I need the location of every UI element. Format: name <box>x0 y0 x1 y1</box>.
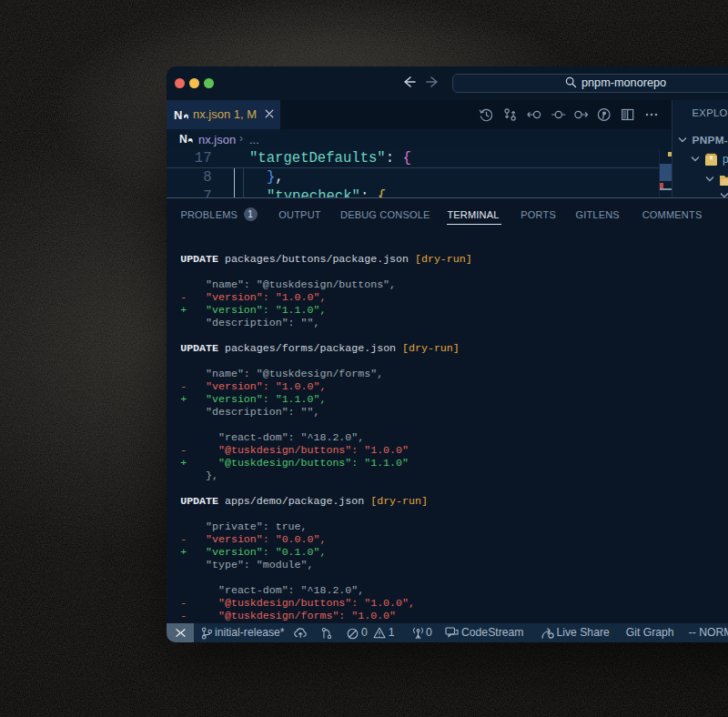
svg-text:N: N <box>179 133 187 146</box>
svg-text:N: N <box>174 108 182 121</box>
